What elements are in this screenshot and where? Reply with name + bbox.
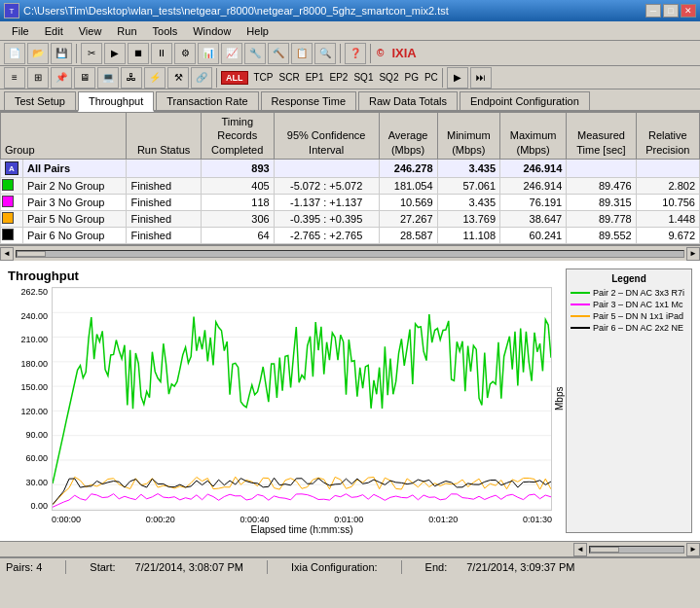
protocol-sq2[interactable]: SQ2 [379,72,398,83]
tool-btn-8[interactable]: 🔧 [244,43,266,64]
open-button[interactable]: 📂 [27,43,49,64]
cut-button[interactable]: ✂ [81,43,102,64]
tool2-btn-7[interactable]: ⚡ [144,67,166,89]
legend-item-pair3: Pair 3 – DN AC 1x1 Mc [571,300,687,309]
app-icon: T [4,3,19,18]
tool-btn-7[interactable]: 📈 [221,43,242,64]
legend-label-pair6: Pair 6 – DN AC 2x2 NE [593,323,683,333]
row-avg-cell: 10.569 [379,195,437,211]
row-min-cell: 11.108 [437,228,500,244]
col-time: MeasuredTime [sec] [567,113,636,160]
protocol-pc[interactable]: PC [424,72,438,83]
maximize-button[interactable]: □ [663,4,679,18]
scroll-track[interactable] [16,250,684,258]
save-button[interactable]: 💾 [51,43,72,64]
scroll-thumb[interactable] [17,251,46,257]
legend-title: Legend [571,273,687,284]
tool2-btn-8[interactable]: ⚒ [167,67,189,89]
tab-throughput[interactable]: Throughput [78,91,154,112]
row-confidence-cell: -5.072 : +5.072 [274,178,379,195]
scroll-up-arrow[interactable]: ◄ [573,543,587,556]
row-confidence-cell: -0.395 : +0.395 [274,211,379,228]
legend-scroll-thumb[interactable] [590,547,619,553]
row-records-cell: 893 [201,159,274,178]
tool2-btn-2[interactable]: ⊞ [27,67,49,89]
row-precision-cell: 2.802 [636,178,699,195]
row-precision-cell: 1.448 [636,211,699,228]
tool-btn-11[interactable]: 🔍 [314,43,336,64]
y-tick-2: 210.00 [20,335,48,344]
tool-btn-6[interactable]: 📊 [198,43,219,64]
row-time-cell [567,159,636,178]
menu-run[interactable]: Run [109,23,144,39]
row-status-cell: Finished [127,228,201,244]
row-avg-cell: 246.278 [379,159,437,178]
table-row: A All Pairs 893 246.278 3.435 246.914 [1,159,700,178]
tool2-btn-6[interactable]: 🖧 [121,67,142,89]
tool2-btn-1[interactable]: ≡ [4,67,25,89]
row-min-cell: 13.769 [437,211,500,228]
scroll-right-arrow[interactable]: ► [686,247,700,261]
row-time-cell: 89.315 [567,195,636,211]
tool2-btn-3[interactable]: 📌 [51,67,72,89]
separator-3 [370,44,371,63]
legend-scroll[interactable]: ◄ ► [573,542,700,556]
tab-endpoint-config[interactable]: Endpoint Configuration [460,91,590,110]
row-icon-cell [1,228,23,244]
protocol-ep2[interactable]: EP2 [330,72,349,83]
scroll-down-arrow[interactable]: ► [686,543,700,556]
protocol-pg[interactable]: PG [404,72,418,83]
chart-with-axes: 262.50 240.00 210.00 180.00 150.00 120.0… [8,287,566,511]
row-time-cell: 89.476 [567,178,636,195]
protocol-tcp[interactable]: TCP [254,72,274,83]
tool2-btn-next[interactable]: ⏭ [470,67,492,89]
menu-file[interactable]: File [4,23,37,39]
row-name-cell: Pair 5 No Group [23,211,127,228]
close-button[interactable]: ✕ [681,4,696,18]
scroll-left-arrow[interactable]: ◄ [0,247,14,261]
tool-btn-9[interactable]: 🔨 [268,43,289,64]
menu-help[interactable]: Help [239,23,276,39]
protocol-ep1[interactable]: EP1 [306,72,324,83]
menu-edit[interactable]: Edit [37,23,71,39]
svg-chart-container: 0:00:00 0:00:20 0:00:40 0:01:00 0:01:20 … [52,287,552,511]
protocol-scr[interactable]: SCR [279,72,300,83]
chart-inner: Throughput 262.50 240.00 210.00 180.00 1… [8,268,566,533]
minimize-button[interactable]: ─ [645,4,661,18]
horizontal-scrollbar[interactable]: ◄ ► [0,245,700,261]
pairs-count: Pairs: 4 [6,561,42,573]
window-controls[interactable]: ─ □ ✕ [645,4,696,18]
tool2-btn-9[interactable]: 🔗 [191,67,212,89]
tab-transaction-rate[interactable]: Transaction Rate [156,91,258,110]
y-tick-8: 30.00 [25,478,48,487]
row-confidence-cell: -2.765 : +2.765 [274,228,379,244]
all-badge[interactable]: ALL [221,71,248,85]
tool2-btn-play[interactable]: ▶ [447,67,468,89]
protocol-sq1[interactable]: SQ1 [353,72,373,83]
results-table: Group Run Status TimingRecordsCompleted … [0,112,700,244]
run-button[interactable]: ▶ [104,43,126,64]
menu-window[interactable]: Window [185,23,239,39]
row-status-cell: Finished [127,195,201,211]
tool-btn-10[interactable]: 📋 [291,43,313,64]
menu-view[interactable]: View [71,23,110,39]
window-title: C:\Users\Tim\Desktop\wlan_tests\netgear_… [23,5,449,17]
row-precision-cell [636,159,699,178]
row-confidence-cell [274,159,379,178]
stop-button[interactable]: ⏹ [128,43,149,64]
tab-response-time[interactable]: Response Time [261,91,356,110]
y-axis-label: Mbps [554,287,566,511]
legend-scroll-track[interactable] [589,546,684,554]
menu-tools[interactable]: Tools [145,23,186,39]
tool-btn-5[interactable]: ⚙ [174,43,196,64]
row-time-cell: 89.778 [567,211,636,228]
tool2-btn-5[interactable]: 💻 [97,67,119,89]
separator-1 [76,44,77,63]
tool2-btn-4[interactable]: 🖥 [74,67,95,89]
new-button[interactable]: 📄 [4,43,25,64]
pause-button[interactable]: ⏸ [151,43,172,64]
tab-test-setup[interactable]: Test Setup [4,91,76,110]
tool-btn-12[interactable]: ❓ [345,43,366,64]
tab-raw-data[interactable]: Raw Data Totals [358,91,458,110]
col-maximum: Maximum(Mbps) [500,113,567,160]
